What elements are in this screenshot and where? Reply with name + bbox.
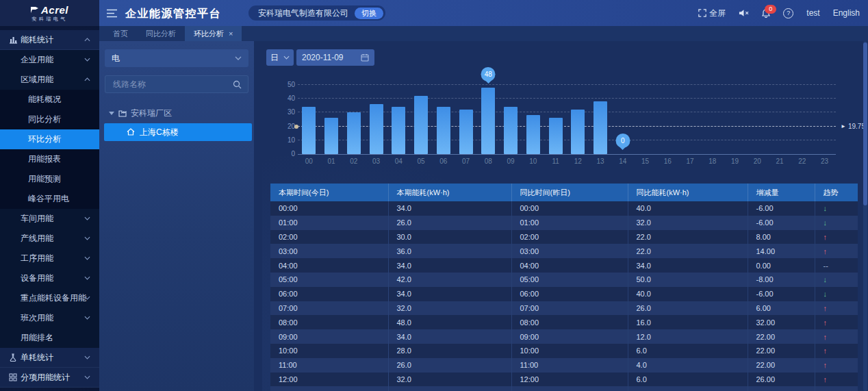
bar-03[interactable] (370, 104, 383, 154)
chart-slot-15 (634, 84, 656, 154)
bar-11[interactable] (549, 118, 563, 154)
tree-node-selected[interactable]: 上海C栋楼 (104, 123, 252, 141)
sidebar-item-subitem-energy-stats[interactable]: 分项用能统计 (0, 368, 99, 388)
sidebar-item-energy-report[interactable]: 用能报表 (0, 149, 99, 169)
fullscreen-icon (698, 9, 706, 17)
circuit-tree: 安科瑞厂区 上海C栋楼 (99, 104, 254, 141)
chart-slot-13 (589, 84, 612, 154)
table-cell: 22.00 (748, 358, 815, 373)
sidebar-item-peak-valley-power[interactable]: 峰谷平用电 (0, 189, 99, 209)
bar-02[interactable] (347, 112, 361, 154)
tree-expand-icon[interactable] (109, 112, 114, 115)
sidebar-item-equipment-energy[interactable]: 设备用能 (0, 268, 99, 288)
tab-mom-analysis[interactable]: 环比分析× (185, 26, 242, 41)
bar-12[interactable] (571, 110, 585, 154)
bar-06[interactable] (437, 107, 450, 154)
trend-up-icon: ↑ (815, 244, 858, 258)
tree-node-root[interactable]: 安科瑞厂区 (99, 104, 254, 122)
y-tick-label: 10 (288, 136, 295, 144)
sidebar-item-production-line-energy[interactable]: 产线用能 (0, 229, 99, 249)
side-nav: 能耗统计企业用能区域用能能耗概况同比分析环比分析用能报表用能预测峰谷平用电车间用… (0, 26, 99, 391)
sidebar-item-energy-forecast[interactable]: 用能预测 (0, 169, 99, 189)
chart-slot-21 (769, 84, 791, 154)
sidebar-item-workshop-energy[interactable]: 车间用能 (0, 209, 99, 229)
search-input[interactable] (112, 79, 233, 90)
period-select[interactable]: 日 (266, 49, 294, 66)
energy-type-select[interactable]: 电 (105, 49, 248, 67)
menu-collapse-icon[interactable] (106, 9, 118, 18)
username[interactable]: test (806, 8, 819, 18)
column-header: 增减量 (748, 184, 815, 201)
table-cell: 34.0 (388, 329, 511, 344)
help-button[interactable]: ? (783, 8, 793, 18)
sidebar-item-energy-consumption-stats[interactable]: 能耗统计 (0, 30, 99, 50)
table-cell: 42.0 (388, 273, 511, 287)
brand-logo: Acrel 安科瑞电气 (0, 0, 99, 26)
bar-00[interactable] (302, 107, 316, 154)
sidebar-item-label: 用能报表 (28, 153, 61, 165)
x-tick-label: 04 (387, 157, 410, 165)
sidebar-item-region-energy[interactable]: 区域用能 (0, 70, 99, 90)
chart-slot-14: 0 (612, 84, 635, 154)
x-tick-label: 11 (544, 157, 567, 165)
sidebar-item-shift-energy[interactable]: 班次用能 (0, 308, 99, 328)
x-tick-label: 01 (320, 157, 343, 165)
table-cell: 34.0 (388, 201, 511, 216)
chevron-down-icon (84, 375, 90, 379)
bar-10[interactable] (526, 115, 540, 154)
marker-min: 0 (615, 134, 630, 148)
switch-company-button[interactable]: 切换 (355, 8, 383, 19)
tab-yoy-analysis[interactable]: 同比分析 (137, 26, 185, 41)
close-icon[interactable]: × (229, 29, 233, 38)
tab-home[interactable]: 首页 (104, 26, 137, 41)
fullscreen-label: 全屏 (709, 8, 726, 19)
column-header: 本期能耗(kW·h) (388, 184, 511, 201)
table-cell: 12.0 (628, 329, 748, 344)
language-switch[interactable]: English (833, 8, 860, 18)
sidebar-item-mom-analysis[interactable]: 环比分析 (0, 129, 99, 149)
sidebar-item-unit-consumption-stats[interactable]: 单耗统计 (0, 348, 99, 368)
sidebar-item-process-energy[interactable]: 工序用能 (0, 249, 99, 268)
brand-flag-icon (31, 7, 39, 13)
table-cell: 34.0 (388, 287, 511, 301)
table-row: 11:0026.011:004.022.00↑ (270, 358, 858, 373)
trend-down-icon: ↓ (815, 201, 858, 216)
main-content: 日 2020-11-09 01020304050 480 ► 19.75 000… (262, 41, 860, 391)
sidebar-item-enterprise-energy[interactable]: 企业用能 (0, 50, 99, 70)
sidebar-item-key-equipment-energy[interactable]: 重点能耗设备用能 (0, 288, 99, 308)
sidebar-item-energy-ranking[interactable]: 用能排名 (0, 328, 99, 348)
table-row: 06:0034.006:0040.0-6.00↓ (270, 287, 858, 301)
period-value: 日 (270, 52, 279, 64)
flask-icon (9, 353, 18, 363)
sidebar-item-yoy-analysis[interactable]: 同比分析 (0, 110, 99, 129)
sidebar-item-energy-overview[interactable]: 能耗概况 (0, 90, 99, 110)
bar-chart-icon (9, 36, 18, 45)
chevron-up-icon (84, 38, 90, 42)
bar-04[interactable] (392, 107, 405, 154)
mute-button[interactable] (739, 9, 749, 17)
tree-selected-label: 上海C栋楼 (140, 127, 179, 138)
app-header: Acrel 安科瑞电气 企业能源管控平台 安科瑞电气制造有限公司 切换 全屏 0 (0, 0, 868, 26)
table-cell: 6.00 (748, 301, 815, 316)
notification-button[interactable]: 0 (762, 9, 770, 18)
bar-08[interactable] (481, 88, 495, 154)
bar-01[interactable] (324, 118, 338, 154)
fullscreen-button[interactable]: 全屏 (698, 8, 726, 19)
table-row: 03:0036.003:0022.014.00↑ (270, 244, 858, 258)
bar-05[interactable] (414, 96, 428, 154)
table-cell: 22.00 (748, 329, 815, 344)
sidebar-item-label: 重点能耗设备用能 (21, 292, 86, 304)
x-tick-label: 12 (567, 157, 589, 165)
x-tick-label: 05 (410, 157, 433, 165)
x-tick-label: 18 (702, 157, 724, 165)
search-icon[interactable] (233, 80, 242, 89)
table-cell: 32.0 (628, 216, 748, 230)
brand-subtitle: 安科瑞电气 (31, 16, 68, 21)
bar-09[interactable] (504, 107, 518, 154)
scrollbar-thumb[interactable] (863, 42, 867, 205)
bar-07[interactable] (459, 110, 473, 154)
table-cell: 14.00 (748, 244, 815, 258)
bar-13[interactable] (593, 101, 607, 154)
date-picker[interactable]: 2020-11-09 (296, 49, 374, 66)
table-cell: 05:00 (270, 273, 388, 287)
